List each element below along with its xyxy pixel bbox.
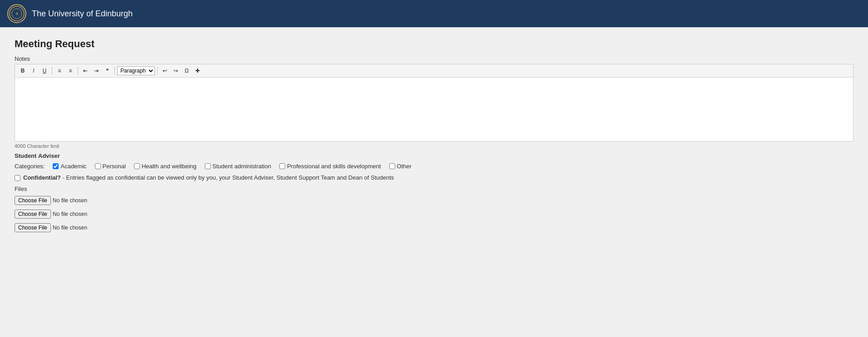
redo-button[interactable]: ↪	[171, 66, 181, 75]
category-health[interactable]: Health and wellbeing	[134, 163, 197, 170]
blockquote-button[interactable]: ❝	[102, 66, 112, 75]
category-academic[interactable]: Academic	[53, 163, 86, 170]
file-input-1[interactable]	[15, 196, 118, 205]
personal-checkbox[interactable]	[95, 163, 101, 169]
file-input-1-row	[15, 196, 853, 205]
other-checkbox[interactable]	[389, 163, 395, 169]
separator-3	[114, 67, 115, 75]
confidential-label: Confidential?	[23, 174, 61, 181]
bold-button[interactable]: B	[18, 66, 28, 75]
professional-checkbox[interactable]	[279, 163, 285, 169]
file-input-3-row	[15, 223, 853, 232]
other-label: Other	[397, 163, 412, 170]
file-input-3[interactable]	[15, 223, 118, 232]
category-student-admin[interactable]: Student administration	[205, 163, 271, 170]
table-button[interactable]: ✚	[193, 66, 203, 75]
svg-text:⚜: ⚜	[15, 11, 19, 16]
char-limit-label: 4000 Character limit	[15, 143, 853, 149]
university-logo: ⚜	[7, 4, 26, 23]
personal-label: Personal	[103, 163, 126, 170]
category-other[interactable]: Other	[389, 163, 412, 170]
separator-4	[157, 67, 158, 75]
confidential-desc: - Entries flagged as confidential can be…	[61, 174, 394, 181]
ordered-list-button[interactable]: ≡	[65, 66, 75, 75]
confidential-row: Confidential? - Entries flagged as confi…	[15, 174, 853, 181]
main-content: Meeting Request Notes B I U ≡ ≡ ⇤ ⇥ ❝ Pa…	[0, 27, 868, 248]
outdent-button[interactable]: ⇤	[80, 66, 90, 75]
health-label: Health and wellbeing	[142, 163, 197, 170]
page-header: ⚜ The University of Edinburgh	[0, 0, 868, 27]
indent-button[interactable]: ⇥	[91, 66, 101, 75]
academic-label: Academic	[60, 163, 86, 170]
category-professional[interactable]: Professional and skills development	[279, 163, 381, 170]
student-admin-label: Student administration	[213, 163, 271, 170]
adviser-suffix: Adviser	[38, 152, 60, 159]
health-checkbox[interactable]	[134, 163, 140, 169]
unordered-list-button[interactable]: ≡	[55, 66, 64, 75]
file-input-2[interactable]	[15, 210, 118, 219]
adviser-info: Student Adviser	[15, 152, 853, 159]
underline-button[interactable]: U	[40, 66, 50, 75]
professional-label: Professional and skills development	[287, 163, 381, 170]
undo-button[interactable]: ↩	[160, 66, 170, 75]
editor-toolbar: B I U ≡ ≡ ⇤ ⇥ ❝ Paragraph Heading 1 Head…	[15, 64, 853, 78]
crest-icon: ⚜	[9, 5, 25, 22]
separator-1	[52, 67, 52, 75]
page-title: Meeting Request	[15, 38, 853, 50]
categories-label: Categories:	[15, 163, 45, 170]
student-admin-checkbox[interactable]	[205, 163, 211, 169]
notes-text-area[interactable]	[15, 78, 853, 141]
category-personal[interactable]: Personal	[95, 163, 126, 170]
academic-checkbox[interactable]	[53, 163, 59, 169]
notes-label: Notes	[15, 55, 853, 62]
paragraph-style-select[interactable]: Paragraph Heading 1 Heading 2 Heading 3	[117, 66, 155, 75]
adviser-prefix: Student	[15, 152, 36, 159]
notes-editor: B I U ≡ ≡ ⇤ ⇥ ❝ Paragraph Heading 1 Head…	[15, 64, 853, 142]
university-name: The University of Edinburgh	[32, 9, 133, 19]
omega-button[interactable]: Ω	[182, 66, 192, 75]
separator-2	[78, 67, 78, 75]
confidential-checkbox[interactable]	[15, 175, 20, 181]
categories-row: Categories: Academic Personal Health and…	[15, 163, 853, 170]
confidential-text: Confidential? - Entries flagged as confi…	[23, 174, 394, 181]
files-label: Files	[15, 186, 853, 192]
file-input-2-row	[15, 210, 853, 219]
italic-button[interactable]: I	[29, 66, 39, 75]
